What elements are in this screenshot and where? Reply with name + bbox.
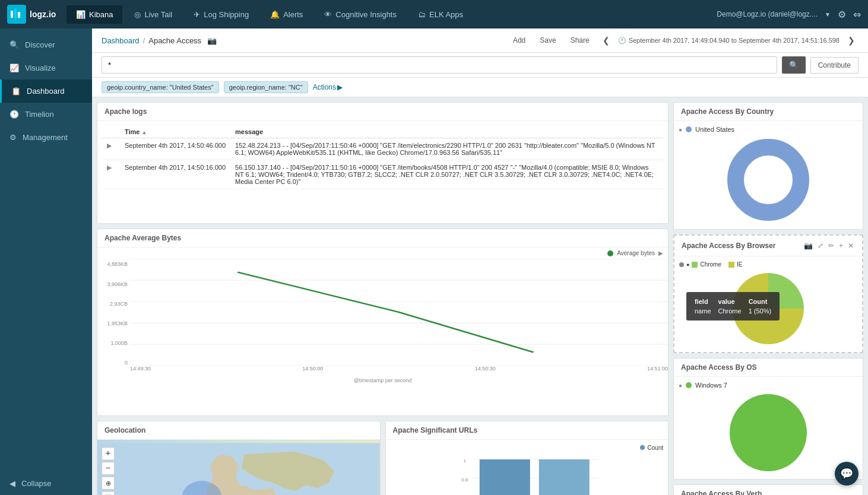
svg-point-34 xyxy=(750,162,786,198)
nav-alerts[interactable]: 🔔 Alerts xyxy=(261,5,312,24)
filter-region[interactable]: geoip.region_name: "NC" xyxy=(224,81,308,93)
country-legend: ● United States xyxy=(679,126,734,133)
dashboard-grid: Apache logs Time ▲ message xyxy=(92,97,868,495)
os-panel: Apache Access By OS ● Windows 7 xyxy=(673,358,863,480)
camera-action-btn[interactable]: 📷 xyxy=(803,240,814,251)
os-title: Apache Access By OS xyxy=(674,358,863,377)
sidebar-item-visualize[interactable]: 📈 Visualize xyxy=(0,56,92,80)
nav-kibana[interactable]: 📊 Kibana xyxy=(66,5,122,24)
time-column-header[interactable]: Time ▲ xyxy=(120,126,230,138)
prev-button[interactable]: ❮ xyxy=(599,33,613,47)
os-pie-chart xyxy=(727,391,810,474)
kibana-icon: 📊 xyxy=(76,10,85,19)
sidebar-item-timelion[interactable]: 🕐 Timelion xyxy=(0,103,92,126)
logo-text: logz.io xyxy=(30,9,56,19)
breadcrumb: Dashboard / Apache Access 📷 xyxy=(102,36,217,45)
apache-logs-title: Apache logs xyxy=(97,103,668,121)
tooltip-header-count: Count xyxy=(745,297,775,306)
geo-title: Geolocation xyxy=(97,421,380,440)
browser-panel: Apache Access By Browser 📷 ⤢ ✏ + ✕ xyxy=(673,234,863,353)
browser-tooltip: field value Count name Chrome xyxy=(686,292,780,321)
play-icon: ▶ xyxy=(658,250,663,256)
svg-text:1: 1 xyxy=(463,458,466,464)
search-input[interactable] xyxy=(102,56,777,74)
cognitive-icon: 👁 xyxy=(324,10,332,19)
country-chart-area: ● United States xyxy=(674,121,863,229)
management-icon: ⚙ xyxy=(9,133,17,142)
actions-button[interactable]: Actions ▶ xyxy=(313,83,343,91)
svg-text:0.8: 0.8 xyxy=(461,477,468,483)
country-donut-chart xyxy=(724,135,813,224)
plus-action-btn[interactable]: + xyxy=(838,240,844,251)
tooltip-header-value: value xyxy=(715,297,745,306)
edit-action-btn[interactable]: ✏ xyxy=(827,240,835,251)
os-legend: ● Windows 7 xyxy=(679,382,727,389)
nav-logshipping[interactable]: ✈ Log Shipping xyxy=(184,5,258,24)
table-row: ▶ September 4th 2017, 14:50:46.000 152.4… xyxy=(102,138,663,160)
log-message-1: 152.48.224.213 - - [04/Sep/2017:11:50:46… xyxy=(230,138,663,160)
browser-chart-area: ● Chrome IE xyxy=(674,256,862,352)
logshipping-icon: ✈ xyxy=(194,10,200,19)
expand-arrow-2[interactable]: ▶ xyxy=(107,164,112,171)
settings-icon[interactable]: ⚙ xyxy=(838,9,846,20)
discover-icon: 🔍 xyxy=(9,40,19,49)
next-button[interactable]: ❯ xyxy=(844,33,859,47)
sidebar-item-discover[interactable]: 🔍 Discover xyxy=(0,33,92,56)
svg-rect-32 xyxy=(538,459,589,495)
apache-logs-panel: Apache logs Time ▲ message xyxy=(97,102,669,224)
browser-legend-item: ● Chrome xyxy=(679,261,721,268)
right-column: Apache Access By Country ● United States xyxy=(673,102,863,495)
svg-rect-2 xyxy=(18,12,20,18)
save-button[interactable]: Save xyxy=(535,34,560,47)
add-button[interactable]: Add xyxy=(508,34,530,47)
avg-bytes-legend: Average bytes ▶ xyxy=(97,248,668,259)
chat-button[interactable]: 💬 xyxy=(835,462,859,486)
logo-icon xyxy=(7,5,26,24)
map-display: + − ⊕ ⬜ Leaflet | Map data © OpenStreetM… xyxy=(97,440,380,495)
dashboard-icon: 📋 xyxy=(11,87,21,96)
sidebar-item-dashboard[interactable]: 📋 Dashboard xyxy=(0,80,92,103)
verb-panel: Apache Access By Verb ● GET xyxy=(673,484,863,495)
x-axis-title: @timestamp per second xyxy=(97,377,668,386)
layout: 🔍 Discover 📈 Visualize 📋 Dashboard 🕐 Tim… xyxy=(0,28,868,495)
collapse-icon: ◀ xyxy=(9,479,15,488)
x-axis-labels: 14:49:30 14:50:00 14:50:30 14:51:00 xyxy=(130,366,668,377)
country-title: Apache Access By Country xyxy=(674,103,863,121)
chart-content xyxy=(130,259,668,366)
time-range: 🕐 September 4th 2017, 14:49:04.940 to Se… xyxy=(618,37,840,45)
browser-legend: ● Chrome IE xyxy=(679,261,742,268)
nav-right: Demo@Logz.io (daniel@logz.... ▼ ⚙ ⇔ xyxy=(717,9,861,20)
svg-text:−: − xyxy=(106,464,110,472)
sig-urls-body: Count 1 0.8 0.6 0.4 0.2 xyxy=(386,440,669,495)
camera-icon[interactable]: 📷 xyxy=(207,36,217,45)
geolocation-panel: Geolocation xyxy=(97,421,381,495)
nav-items: 📊 Kibana ◎ Live Tail ✈ Log Shipping 🔔 Al… xyxy=(66,5,717,24)
country-panel: Apache Access By Country ● United States xyxy=(673,102,863,230)
expand-icon[interactable]: ⇔ xyxy=(853,9,861,20)
tooltip-header-field: field xyxy=(691,297,715,306)
logo[interactable]: logz.io xyxy=(7,5,66,24)
significant-urls-panel: Apache Significant URLs Count 1 0.8 0.6 xyxy=(385,421,669,495)
expand-arrow-1[interactable]: ▶ xyxy=(107,142,112,149)
sidebar-bottom: ◀ Collapse xyxy=(0,472,92,495)
sidebar: 🔍 Discover 📈 Visualize 📋 Dashboard 🕐 Tim… xyxy=(0,28,92,495)
tooltip-table: field value Count name Chrome xyxy=(691,297,775,316)
browser-legend-item-ie: IE xyxy=(728,261,742,268)
nav-cognitive[interactable]: 👁 Cognitive Insights xyxy=(315,5,406,24)
breadcrumb-parent[interactable]: Dashboard xyxy=(102,36,140,45)
toolbar: Dashboard / Apache Access 📷 Add Save Sha… xyxy=(92,28,868,53)
elk-icon: 🗂 xyxy=(418,10,426,19)
search-button[interactable]: 🔍 xyxy=(782,56,806,74)
contribute-button[interactable]: Contribute xyxy=(810,57,859,74)
close-action-btn[interactable]: ✕ xyxy=(847,240,855,251)
sidebar-item-management[interactable]: ⚙ Management xyxy=(0,126,92,149)
expand-action-btn[interactable]: ⤢ xyxy=(816,240,825,251)
filter-country[interactable]: geoip.country_name: "United States" xyxy=(102,81,219,93)
nav-elk[interactable]: 🗂 ELK Apps xyxy=(408,5,473,24)
search-bar: 🔍 Contribute xyxy=(92,53,868,78)
nav-livetail[interactable]: ◎ Live Tail xyxy=(125,5,182,24)
clock-icon: 🕐 xyxy=(618,37,626,45)
sidebar-collapse-btn[interactable]: ◀ Collapse xyxy=(0,472,92,495)
share-button[interactable]: Share xyxy=(566,34,594,47)
breadcrumb-separator: / xyxy=(143,36,145,45)
